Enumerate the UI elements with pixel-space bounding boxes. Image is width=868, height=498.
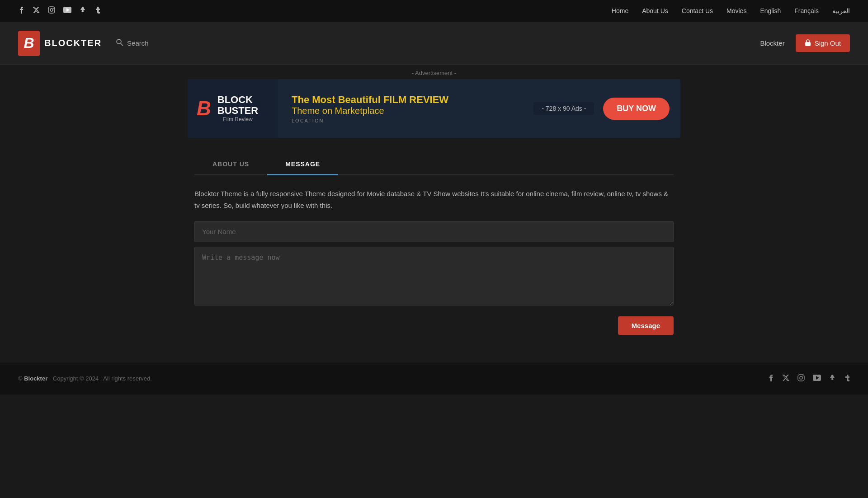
svg-point-1 xyxy=(50,9,53,11)
svg-rect-7 xyxy=(805,42,811,46)
footer-copyright: © Blockter - Copyright © 2024 . All righ… xyxy=(18,375,152,382)
svg-point-9 xyxy=(800,376,802,379)
nav-contact[interactable]: Contact Us xyxy=(682,7,713,14)
logo[interactable]: B BLOCKTER xyxy=(18,31,102,56)
main-content: ABOUT US MESSAGE Blockter Theme is a ful… xyxy=(185,154,683,335)
logo-letter: B xyxy=(18,31,40,56)
footer-facebook-icon[interactable] xyxy=(768,374,774,383)
nav-arabic[interactable]: العربية xyxy=(832,7,850,14)
ad-title-line2: Theme on Marketplace xyxy=(292,106,511,116)
ad-b-icon: B xyxy=(197,97,211,120)
message-submit-button[interactable]: Message xyxy=(618,316,674,335)
nav-english[interactable]: English xyxy=(760,7,781,14)
logo-name: BLOCKTER xyxy=(44,38,102,48)
footer-snapchat-icon[interactable] xyxy=(829,374,836,383)
buy-now-button[interactable]: BUY NOW xyxy=(603,98,670,120)
nav-home[interactable]: Home xyxy=(612,7,628,14)
ad-left: B BLOCK BUSTER Film Review xyxy=(188,79,278,138)
message-textarea[interactable] xyxy=(194,247,674,305)
facebook-icon[interactable] xyxy=(18,6,24,15)
nav-about[interactable]: About Us xyxy=(642,7,668,14)
footer-youtube-icon[interactable] xyxy=(813,375,821,383)
ad-center: The Most Beautiful FILM REVIEW Theme on … xyxy=(278,89,524,128)
tab-about-us[interactable]: ABOUT US xyxy=(194,154,267,174)
advertisement-section: - Advertisement - B BLOCK BUSTER Film Re… xyxy=(0,65,868,141)
search-label: Search xyxy=(127,39,149,47)
search-icon xyxy=(116,39,123,48)
svg-rect-8 xyxy=(798,375,804,381)
nav-francais[interactable]: Français xyxy=(794,7,819,14)
footer-instagram-icon[interactable] xyxy=(797,374,805,383)
top-bar: Home About Us Contact Us Movies English … xyxy=(0,0,868,22)
tabs: ABOUT US MESSAGE xyxy=(194,154,674,175)
footer-twitter-icon[interactable] xyxy=(782,374,789,383)
name-input[interactable] xyxy=(194,221,674,242)
ad-brand-sub: Film Review xyxy=(217,116,258,122)
youtube-icon[interactable] xyxy=(63,7,71,15)
header: B BLOCKTER Search Blockter Sign Out xyxy=(0,22,868,65)
svg-point-5 xyxy=(117,39,121,44)
tumblr-icon[interactable] xyxy=(95,6,100,15)
top-bar-social xyxy=(18,6,100,15)
ad-brand-name: BLOCK BUSTER xyxy=(217,94,258,116)
sign-out-label: Sign Out xyxy=(815,39,841,47)
form-submit-row: Message xyxy=(194,316,674,335)
footer-tumblr-icon[interactable] xyxy=(844,374,850,383)
footer-social xyxy=(768,374,850,383)
search-area[interactable]: Search xyxy=(116,39,149,48)
svg-point-10 xyxy=(802,376,803,376)
ad-label: - Advertisement - xyxy=(0,70,868,76)
blockter-link[interactable]: Blockter xyxy=(760,39,784,47)
ad-size-badge: - 728 x 90 Ads - xyxy=(533,102,594,115)
nav-movies[interactable]: Movies xyxy=(726,7,746,14)
instagram-icon[interactable] xyxy=(48,6,55,15)
snapchat-icon[interactable] xyxy=(80,6,87,15)
header-right: Blockter Sign Out xyxy=(760,34,850,52)
tab-message[interactable]: MESSAGE xyxy=(267,154,338,175)
top-bar-nav: Home About Us Contact Us Movies English … xyxy=(612,7,850,14)
ad-banner: B BLOCK BUSTER Film Review The Most Beau… xyxy=(188,79,680,138)
twitter-icon[interactable] xyxy=(33,6,40,15)
svg-line-6 xyxy=(121,43,123,46)
ad-location: LOCATION xyxy=(292,118,511,123)
svg-rect-0 xyxy=(48,7,55,13)
ad-title-line1: The Most Beautiful FILM REVIEW xyxy=(292,94,511,106)
contact-form: Message xyxy=(194,221,674,335)
svg-point-2 xyxy=(53,8,54,9)
page-description: Blockter Theme is a fully responsive The… xyxy=(194,188,674,211)
lock-icon xyxy=(805,39,811,47)
footer: © Blockter - Copyright © 2024 . All righ… xyxy=(0,362,868,395)
footer-brand: Blockter xyxy=(24,375,47,382)
sign-out-button[interactable]: Sign Out xyxy=(796,34,850,52)
